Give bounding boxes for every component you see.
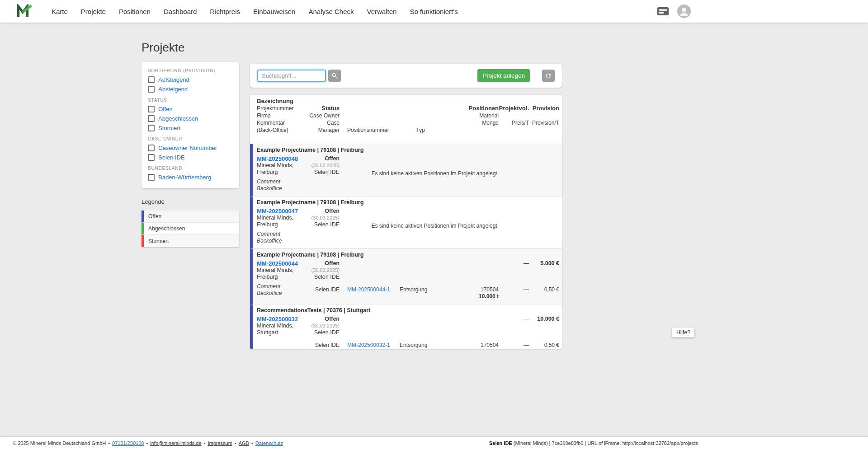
filter-option-baden-wuerttemberg[interactable]: Baden-Württemberg <box>147 173 234 182</box>
refresh-icon <box>545 72 552 80</box>
header-positionsnummer: Positionsnummer <box>347 126 396 134</box>
position-preis: — <box>499 342 529 349</box>
project-row-title: Example Projectname | 79108 | Freiburg <box>257 147 559 154</box>
filter-section-title-sortierung: SORTIERUNG (PROVISION) <box>148 68 234 73</box>
project-preis: — <box>499 316 529 323</box>
empty-positions-message: Es sind keine aktiven Positionen im Proj… <box>340 223 499 229</box>
header-positionen: Positionen <box>445 105 499 112</box>
checkbox-icon[interactable] <box>148 115 155 122</box>
project-ort: Freiburg <box>257 274 307 281</box>
filter-option-abgeschlossen[interactable]: Abgeschlossen <box>147 114 234 123</box>
nav-analyse-check[interactable]: Analyse Check <box>308 8 354 15</box>
project-comment: Comment Backoffice <box>257 231 307 244</box>
filter-option-aufsteigend[interactable]: Aufsteigend <box>147 75 234 84</box>
header-status: Status <box>307 105 340 112</box>
nav-einbauweisen[interactable]: Einbauweisen <box>253 8 295 15</box>
footer-links: © 2025 Mineral Minds Deutschland GmbH • … <box>13 440 283 446</box>
project-comment: Comment Backoffice <box>257 283 307 297</box>
nav-verwalten[interactable]: Verwalten <box>367 8 397 15</box>
help-button[interactable]: Hilfe? <box>672 327 694 337</box>
user-avatar-icon[interactable] <box>677 5 691 18</box>
project-ort: Stuttgart <box>257 329 307 336</box>
filter-option-caseowner-nonumber[interactable]: Caseowner Nonumber <box>147 143 234 153</box>
legend-title: Legende <box>142 198 239 205</box>
position-provision: 0,50 € <box>529 342 559 349</box>
card-reader-icon[interactable] <box>657 7 669 16</box>
session-info: Selen IDE (Mineral Minds) | 7ce360e83fb0… <box>489 440 698 446</box>
filter-section-title-case-owner: CASE OWNER <box>148 136 234 141</box>
position-typ: Entsorgung <box>396 286 445 293</box>
project-provision: 10.000 € <box>529 316 559 323</box>
navbar-right <box>657 5 691 18</box>
checkbox-icon[interactable] <box>148 174 155 181</box>
toolbar: Projekt anlegen <box>250 64 562 88</box>
nav-projekte[interactable]: Projekte <box>81 8 106 15</box>
filter-section-title-status: STATUS <box>148 98 234 103</box>
position-case-manager: Selen IDE <box>307 286 340 293</box>
filter-section-title-bundesland: BUNDESLAND <box>148 166 234 171</box>
position-number-link[interactable]: MM-202500044-1 <box>347 286 390 293</box>
project-status: Offen (30.03.2025) <box>307 316 340 329</box>
project-row-title: Example Projectname | 79108 | Freiburg <box>257 199 559 206</box>
position-typ: Entsorgung <box>396 342 445 349</box>
filter-option-selen-ide[interactable]: Selen IDE <box>147 153 234 162</box>
position-material-menge: 170504 10.000 t <box>445 342 499 349</box>
projects-main: Projekt anlegen Bezeichnung Projektnumme… <box>250 64 562 349</box>
project-row-title: RecommendationsTests | 70376 | Stuttgart <box>257 307 559 314</box>
project-number-link[interactable]: MM-202500047 <box>257 208 307 215</box>
project-comment: Comment Backoffice <box>257 178 307 192</box>
phone-link[interactable]: 07151/250100 <box>112 440 144 446</box>
nav-positionen[interactable]: Positionen <box>119 8 151 15</box>
project-status: Offen (30.03.2025) <box>307 155 340 169</box>
search-icon <box>331 72 338 79</box>
copyright-text: © 2025 Mineral Minds Deutschland GmbH <box>13 440 106 446</box>
header-provision: Provision <box>529 105 559 112</box>
nav-dashboard[interactable]: Dashboard <box>164 8 197 15</box>
checkbox-icon[interactable] <box>148 76 155 83</box>
project-case-owner: Selen IDE <box>307 274 340 281</box>
project-row[interactable]: Example Projectname | 79108 | Freiburg M… <box>250 196 562 249</box>
create-project-button[interactable]: Projekt anlegen <box>477 69 530 82</box>
impressum-link[interactable]: Impressum <box>208 440 232 446</box>
email-link[interactable]: info@mineral-minds.de <box>150 440 201 446</box>
project-number-link[interactable]: MM-202500032 <box>257 316 307 323</box>
position-number-link[interactable]: MM-202500032-1 <box>347 342 390 348</box>
datenschutz-link[interactable]: Datenschutz <box>255 440 283 446</box>
filter-option-absteigend[interactable]: Absteigend <box>147 84 234 94</box>
project-status: Offen (30.03.2025) <box>307 260 340 274</box>
project-row[interactable]: Example Projectname | 79108 | Freiburg M… <box>250 144 562 196</box>
project-preis: — <box>499 260 529 267</box>
project-row[interactable]: RecommendationsTests | 70376 | Stuttgart… <box>250 304 562 349</box>
filter-option-storniert[interactable]: Storniert <box>147 123 234 133</box>
nav-richtpreis[interactable]: Richtpreis <box>210 8 240 15</box>
checkbox-icon[interactable] <box>148 154 155 161</box>
search-button[interactable] <box>328 70 341 82</box>
project-ort: Freiburg <box>257 169 307 176</box>
project-row[interactable]: Example Projectname | 79108 | Freiburg M… <box>250 249 562 304</box>
position-provision: 0,50 € <box>529 286 559 293</box>
nav-so-funktionierts[interactable]: So funktioniert's <box>410 8 458 15</box>
project-number-link[interactable]: MM-202500044 <box>257 260 307 267</box>
navbar: Karte Projekte Positionen Dashboard Rich… <box>0 0 868 23</box>
header-bezeichnung: Bezeichnung <box>257 98 307 105</box>
table-header: Bezeichnung Projektnummer Firma Kommenta… <box>250 95 562 144</box>
refresh-button[interactable] <box>542 70 555 82</box>
checkbox-icon[interactable] <box>148 145 155 151</box>
filter-option-offen[interactable]: Offen <box>147 104 234 114</box>
nav-karte[interactable]: Karte <box>52 8 68 15</box>
table-body: Example Projectname | 79108 | Freiburg M… <box>250 144 562 349</box>
mineral-minds-logo[interactable] <box>16 4 33 19</box>
checkbox-icon[interactable] <box>148 125 155 131</box>
project-number-link[interactable]: MM-202500048 <box>257 155 307 162</box>
checkbox-icon[interactable] <box>148 106 155 112</box>
project-firma: Mineral Minds, <box>257 215 307 221</box>
project-firma: Mineral Minds, <box>257 323 307 329</box>
project-row-title: Example Projectname | 79108 | Freiburg <box>257 252 559 258</box>
agb-link[interactable]: AGB <box>239 440 249 446</box>
position-material-menge: 170504 10.000 t <box>445 286 499 300</box>
checkbox-icon[interactable] <box>148 86 155 93</box>
position-preis: — <box>499 286 529 293</box>
project-status: Offen (30.03.2025) <box>307 208 340 221</box>
search-input[interactable] <box>257 70 326 82</box>
project-case-owner: Selen IDE <box>307 329 340 336</box>
